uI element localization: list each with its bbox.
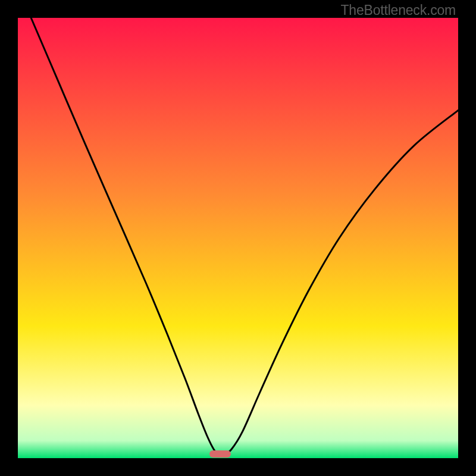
- minimum-marker: [209, 450, 231, 458]
- bottleneck-plot: [18, 18, 458, 458]
- watermark-text: TheBottleneck.com: [341, 2, 456, 18]
- plot-background: [18, 18, 458, 458]
